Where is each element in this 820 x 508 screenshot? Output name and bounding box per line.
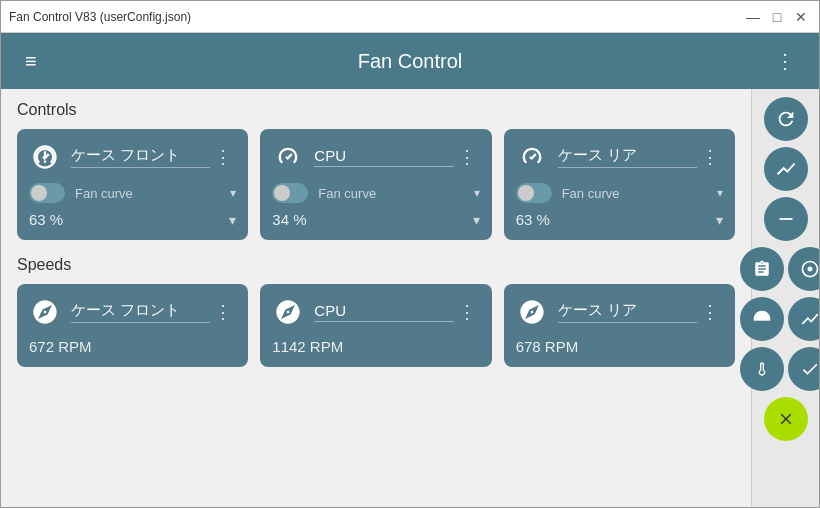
control-card-2: ケース リア ⋮ Fan curve ▾ 63 % ▾ [504, 129, 735, 240]
control-card-2-toggle-row: Fan curve ▾ [516, 183, 723, 203]
speed-card-0-name: ケース フロント [71, 301, 210, 323]
speeds-section-title: Speeds [17, 256, 735, 274]
control-card-1-name: CPU [314, 147, 453, 167]
toggle-knob-2 [518, 185, 534, 201]
control-card-2-expand[interactable]: ▾ [716, 212, 723, 228]
sidebar-pair-2 [740, 297, 820, 341]
speeds-section: Speeds ケース フロント ⋮ 6 [17, 256, 735, 367]
control-card-2-name: ケース リア [558, 146, 697, 168]
control-card-1-more[interactable]: ⋮ [454, 146, 480, 168]
speed-card-1-header: CPU ⋮ [272, 296, 479, 328]
app-title: Fan Control [358, 50, 463, 73]
control-card-0-toggle[interactable] [29, 183, 65, 203]
content-area: Controls ケース フロント ⋮ [1, 89, 819, 507]
control-card-1-toggle[interactable] [272, 183, 308, 203]
speed-card-2: ケース リア ⋮ 678 RPM [504, 284, 735, 367]
control-card-0-name: ケース フロント [71, 146, 210, 168]
speed-card-1: CPU ⋮ 1142 RPM [260, 284, 491, 367]
check-button[interactable] [788, 347, 820, 391]
control-card-1-select-label: Fan curve [318, 186, 473, 201]
control-card-0-value: 63 % [29, 211, 63, 228]
control-card-2-value: 63 % [516, 211, 550, 228]
controls-section-title: Controls [17, 101, 735, 119]
half-circle-button[interactable] [740, 297, 784, 341]
fan-icon-2 [516, 296, 548, 328]
header-more-button[interactable]: ⋮ [767, 45, 803, 77]
control-card-0: ケース フロント ⋮ Fan curve ▾ 63 % ▾ [17, 129, 248, 240]
control-card-0-select-arrow: ▾ [230, 186, 236, 200]
refresh-button[interactable] [764, 97, 808, 141]
target-button[interactable] [788, 247, 820, 291]
control-card-1-value-row: 34 % ▾ [272, 211, 479, 228]
speedometer-icon-2 [516, 141, 548, 173]
controls-section: Controls ケース フロント ⋮ [17, 101, 735, 240]
control-card-0-value-row: 63 % ▾ [29, 211, 236, 228]
speed-card-2-name: ケース リア [558, 301, 697, 323]
control-card-2-select-arrow: ▾ [717, 186, 723, 200]
speedometer-icon-0 [29, 141, 61, 173]
control-card-2-value-row: 63 % ▾ [516, 211, 723, 228]
title-bar: Fan Control V83 (userConfig.json) — □ ✕ [1, 1, 819, 33]
minus-button[interactable] [764, 197, 808, 241]
sidebar-pair-3 [740, 347, 820, 391]
window-controls: — □ ✕ [743, 7, 811, 27]
fan-icon-1 [272, 296, 304, 328]
control-card-1-value: 34 % [272, 211, 306, 228]
app-header: ≡ Fan Control ⋮ [1, 33, 819, 89]
control-card-0-select-label: Fan curve [75, 186, 230, 201]
speed-card-0-more[interactable]: ⋮ [210, 301, 236, 323]
main-window: Fan Control V83 (userConfig.json) — □ ✕ … [0, 0, 820, 508]
controls-cards-row: ケース フロント ⋮ Fan curve ▾ 63 % ▾ [17, 129, 735, 240]
speed-card-0-value: 672 RPM [29, 338, 236, 355]
maximize-button[interactable]: □ [767, 7, 787, 27]
control-card-2-more[interactable]: ⋮ [697, 146, 723, 168]
control-card-2-toggle[interactable] [516, 183, 552, 203]
thermometer-button[interactable] [740, 347, 784, 391]
sidebar-pair-1 [740, 247, 820, 291]
speed-card-2-header: ケース リア ⋮ [516, 296, 723, 328]
control-card-1-select-arrow: ▾ [474, 186, 480, 200]
clipboard-button[interactable] [740, 247, 784, 291]
control-card-0-more[interactable]: ⋮ [210, 146, 236, 168]
main-area: Controls ケース フロント ⋮ [1, 89, 751, 507]
control-card-1: CPU ⋮ Fan curve ▾ 34 % ▾ [260, 129, 491, 240]
close-button[interactable]: ✕ [791, 7, 811, 27]
fan-icon-0 [29, 296, 61, 328]
control-card-1-expand[interactable]: ▾ [473, 212, 480, 228]
chart-button[interactable] [788, 297, 820, 341]
speed-card-0-header: ケース フロント ⋮ [29, 296, 236, 328]
minimize-button[interactable]: — [743, 7, 763, 27]
control-card-0-header: ケース フロント ⋮ [29, 141, 236, 173]
window-title: Fan Control V83 (userConfig.json) [9, 10, 191, 24]
speed-card-1-value: 1142 RPM [272, 338, 479, 355]
control-card-1-toggle-row: Fan curve ▾ [272, 183, 479, 203]
speed-card-2-more[interactable]: ⋮ [697, 301, 723, 323]
speedometer-icon-1 [272, 141, 304, 173]
control-card-1-header: CPU ⋮ [272, 141, 479, 173]
control-card-0-expand[interactable]: ▾ [229, 212, 236, 228]
right-sidebar [751, 89, 819, 507]
speed-card-1-name: CPU [314, 302, 453, 322]
speeds-cards-row: ケース フロント ⋮ 672 RPM [17, 284, 735, 367]
close-green-button[interactable] [764, 397, 808, 441]
toggle-knob-1 [274, 185, 290, 201]
control-card-2-select-label: Fan curve [562, 186, 717, 201]
toggle-knob-0 [31, 185, 47, 201]
control-card-2-header: ケース リア ⋮ [516, 141, 723, 173]
hamburger-menu-button[interactable]: ≡ [17, 47, 45, 75]
speed-card-0: ケース フロント ⋮ 672 RPM [17, 284, 248, 367]
svg-rect-0 [753, 319, 770, 321]
speed-card-1-more[interactable]: ⋮ [454, 301, 480, 323]
control-card-0-toggle-row: Fan curve ▾ [29, 183, 236, 203]
wave-button[interactable] [764, 147, 808, 191]
speed-card-2-value: 678 RPM [516, 338, 723, 355]
